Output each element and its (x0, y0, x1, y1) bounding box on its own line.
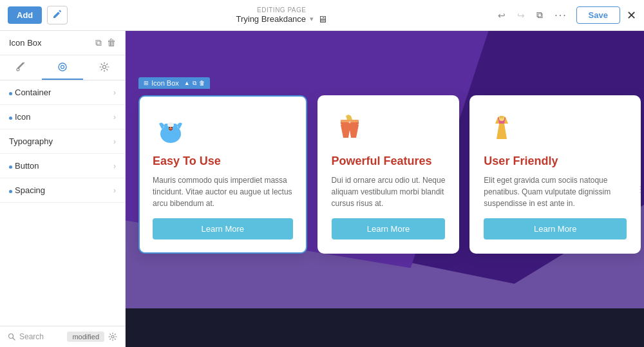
svg-marker-14 (346, 115, 352, 120)
cards-container: ⊞ Icon Box ▲ ⧉ 🗑 (138, 95, 641, 254)
edit-icon-button[interactable] (47, 6, 68, 24)
card-toolbar-up-icon[interactable]: ▲ (184, 80, 190, 86)
bottom-bar: Search modified (0, 326, 125, 347)
tab-style[interactable] (0, 55, 42, 80)
panel-header-icons: ⧉ 🗑 (95, 37, 116, 48)
section-typography[interactable]: Typography › (0, 129, 125, 154)
panel-tabs (0, 55, 125, 80)
card-2-button[interactable]: Learn More (332, 218, 446, 239)
card-wrapper-3: User Friendly Elit eget gravida cum soci… (469, 95, 641, 254)
save-button[interactable]: Save (576, 6, 620, 24)
card-toolbar-label: Icon Box (151, 79, 179, 87)
tab-settings[interactable] (83, 55, 125, 80)
card-toolbar: ⊞ Icon Box ▲ ⧉ 🗑 (138, 77, 210, 89)
layers-button[interactable]: ⧉ (534, 7, 545, 23)
section-icon-label: Icon (9, 112, 31, 122)
svg-point-10 (169, 127, 170, 128)
svg-line-4 (13, 338, 15, 341)
more-options-button[interactable]: ··· (552, 7, 569, 24)
main-layout: Icon Box ⧉ 🗑 (0, 31, 644, 347)
search-area[interactable]: Search (8, 332, 44, 341)
add-button[interactable]: Add (8, 6, 42, 24)
undo-button[interactable]: ↩ (495, 8, 508, 23)
brush-icon (15, 62, 26, 72)
svg-point-0 (59, 63, 66, 71)
edit-icon (53, 10, 62, 19)
svg-point-15 (348, 122, 350, 124)
card-3-desc: Elit eget gravida cum sociis natoque pen… (484, 174, 627, 209)
left-panel: Icon Box ⧉ 🗑 (0, 31, 126, 347)
card-3[interactable]: User Friendly Elit eget gravida cum soci… (469, 95, 641, 254)
card-wrapper-2: Powerful Features Dui id ornare arcu odi… (317, 95, 460, 254)
svg-point-1 (61, 66, 64, 69)
card-2-icon (332, 109, 368, 145)
dress-icon (484, 109, 520, 145)
top-bar-right: ↩ ↪ ⧉ ··· Save ✕ (495, 6, 636, 24)
content-icon (57, 62, 68, 72)
chevron-right-icon: › (113, 88, 116, 97)
section-spacing-label: Spacing (9, 185, 45, 195)
top-bar-left: Add (8, 6, 68, 24)
card-1-desc: Mauris commodo quis imperdiet massa tinc… (153, 174, 293, 209)
right-edge-handle[interactable]: ⋮ (636, 185, 644, 194)
svg-point-11 (171, 127, 173, 128)
section-container-label: Container (9, 88, 51, 97)
section-container[interactable]: Container › (0, 80, 125, 105)
card-3-icon (484, 109, 520, 145)
card-1-title: Easy To Use (153, 155, 293, 168)
editing-label: EDITING PAGE (257, 6, 306, 14)
section-icon[interactable]: Icon › (0, 105, 125, 129)
card-2-title: Powerful Features (332, 155, 446, 168)
delete-icon[interactable]: 🗑 (107, 37, 116, 48)
card-3-title: User Friendly (484, 155, 627, 168)
section-spacing[interactable]: Spacing › (0, 178, 125, 203)
card-1-button[interactable]: Learn More (153, 218, 293, 239)
desktop-icon: 🖥 (317, 14, 327, 24)
settings-small-icon[interactable] (108, 332, 117, 341)
duplicate-icon[interactable]: ⧉ (95, 37, 102, 48)
search-icon (8, 333, 15, 341)
panel-title: Icon Box (9, 38, 42, 48)
svg-point-8 (167, 122, 174, 127)
search-label: Search (19, 332, 44, 341)
page-name-row: Trying Breakdance ▾ 🖥 (236, 14, 327, 24)
redo-button[interactable]: ↪ (515, 8, 527, 23)
chevron-right-icon: › (113, 186, 116, 195)
panel-header: Icon Box ⧉ 🗑 (0, 31, 125, 55)
chevron-right-icon: › (113, 113, 116, 122)
chevron-right-icon: › (113, 137, 116, 146)
section-typography-label: Typography (9, 136, 53, 146)
card-toolbar-copy-icon[interactable]: ⧉ (193, 80, 196, 87)
canvas-area: ⊞ Icon Box ▲ ⧉ 🗑 (126, 31, 644, 347)
shorts-icon (332, 109, 368, 145)
modified-badge: modified (67, 332, 104, 342)
top-bar-center: EDITING PAGE Trying Breakdance ▾ 🖥 (236, 6, 327, 24)
card-2[interactable]: Powerful Features Dui id ornare arcu odi… (317, 95, 460, 254)
card-1-icon (153, 109, 189, 145)
card-toolbar-icon: ⊞ (144, 80, 149, 86)
card-toolbar-delete-icon[interactable]: 🗑 (199, 80, 205, 86)
svg-point-5 (111, 335, 114, 338)
tab-content[interactable] (42, 55, 84, 80)
section-list: Container › Icon › Typography › Button ›… (0, 80, 125, 326)
card-1[interactable]: Easy To Use Mauris commodo quis imperdie… (138, 95, 307, 254)
settings-gear-icon (99, 62, 109, 72)
top-bar: Add EDITING PAGE Trying Breakdance ▾ 🖥 ↩… (0, 0, 644, 31)
card-3-button[interactable]: Learn More (484, 218, 627, 239)
close-button[interactable]: ✕ (627, 8, 636, 23)
page-name: Trying Breakdance (236, 14, 306, 24)
card-wrapper-1: ⊞ Icon Box ▲ ⧉ 🗑 (138, 95, 307, 254)
svg-rect-17 (500, 116, 504, 118)
dropdown-chevron-icon[interactable]: ▾ (310, 15, 314, 23)
svg-point-2 (102, 66, 106, 69)
canvas-bottom-bar (126, 308, 644, 347)
baby-shirt-icon (153, 109, 189, 145)
card-2-desc: Dui id ornare arcu odio ut. Neque aliqua… (332, 174, 446, 209)
section-button[interactable]: Button › (0, 154, 125, 178)
section-button-label: Button (9, 161, 39, 171)
chevron-right-icon: › (113, 162, 116, 171)
